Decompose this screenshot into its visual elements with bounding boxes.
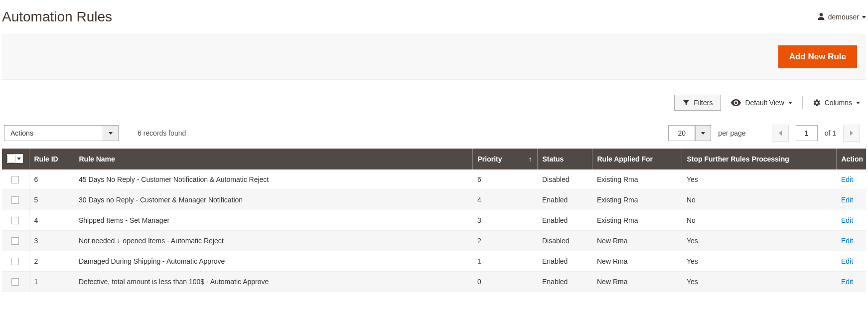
filters-label: Filters: [694, 99, 713, 107]
cell-action: Edit: [836, 231, 866, 251]
cell-priority: 1: [472, 251, 537, 272]
cell-rule-name: Defective, total amount is less than 100…: [74, 272, 472, 292]
cell-rule-id: 1: [29, 272, 74, 292]
cell-priority: 2: [472, 231, 537, 251]
cell-rule-id: 5: [29, 190, 74, 210]
rules-table: Rule ID Rule Name Priority ↑ Status Rule…: [2, 149, 866, 292]
table-row[interactable]: 3Not needed + opened Items - Automatic R…: [2, 231, 866, 251]
gear-icon: [813, 99, 821, 107]
caret-down-icon: [109, 132, 113, 135]
per-page-value: 20: [668, 125, 695, 141]
cell-stop-further: Yes: [682, 272, 836, 292]
actions-select-toggle[interactable]: [103, 125, 119, 141]
default-view-menu[interactable]: Default View: [731, 99, 792, 107]
col-priority-label: Priority: [478, 155, 502, 163]
cell-stop-further: Yes: [682, 169, 836, 190]
caret-down-icon: [856, 102, 860, 104]
select-all-checkbox[interactable]: [7, 155, 15, 163]
cell-status: Enabled: [537, 190, 592, 210]
actions-select[interactable]: Actions: [4, 125, 119, 141]
page-input[interactable]: [796, 125, 818, 141]
page-title: Automation Rules: [2, 9, 112, 25]
caret-down-icon: [701, 132, 705, 135]
caret-down-icon: [862, 16, 866, 18]
row-checkbox[interactable]: [11, 237, 19, 245]
filters-button[interactable]: Filters: [674, 95, 721, 111]
cell-stop-further: No: [682, 190, 836, 210]
select-all-toggle[interactable]: [15, 155, 22, 163]
cell-rule-name: Damaged During Shipping - Automatic Appr…: [74, 251, 472, 272]
table-row[interactable]: 1Defective, total amount is less than 10…: [2, 272, 866, 292]
edit-link[interactable]: Edit: [841, 237, 853, 245]
col-rule-name[interactable]: Rule Name: [74, 149, 472, 169]
eye-icon: [731, 99, 741, 106]
cell-status: Enabled: [537, 251, 592, 272]
cell-priority: 6: [472, 169, 537, 190]
table-row[interactable]: 4Shipped Items - Set Manager3EnabledExis…: [2, 210, 866, 231]
columns-menu[interactable]: Columns: [813, 99, 860, 107]
funnel-icon: [683, 99, 690, 106]
columns-label: Columns: [825, 99, 852, 107]
user-menu[interactable]: demouser: [817, 12, 866, 22]
cell-action: Edit: [836, 190, 866, 210]
prev-page-button[interactable]: [772, 125, 789, 142]
edit-link[interactable]: Edit: [841, 278, 853, 286]
cell-rule-id: 3: [29, 231, 74, 251]
col-status[interactable]: Status: [537, 149, 592, 169]
col-priority[interactable]: Priority ↑: [472, 149, 537, 169]
caret-down-icon: [788, 102, 792, 104]
edit-link[interactable]: Edit: [841, 175, 853, 183]
row-checkbox[interactable]: [11, 196, 19, 204]
cell-status: Enabled: [537, 210, 592, 231]
per-page-select[interactable]: 20: [668, 125, 711, 141]
action-bar: Add New Rule: [2, 34, 866, 80]
cell-applied-for: New Rma: [592, 272, 682, 292]
cell-status: Disabled: [537, 231, 592, 251]
chevron-right-icon: [850, 131, 853, 136]
cell-applied-for: New Rma: [592, 251, 682, 272]
col-rule-id[interactable]: Rule ID: [29, 149, 74, 169]
select-all-header[interactable]: [2, 149, 29, 169]
cell-action: Edit: [836, 251, 866, 272]
cell-applied-for: New Rma: [592, 231, 682, 251]
cell-priority: 4: [472, 190, 537, 210]
edit-link[interactable]: Edit: [841, 257, 853, 265]
cell-rule-id: 6: [29, 169, 74, 190]
table-row[interactable]: 530 Days no Reply - Customer & Manager N…: [2, 190, 866, 210]
row-checkbox[interactable]: [11, 258, 19, 265]
table-row[interactable]: 645 Days No Reply - Customer Notificatio…: [2, 169, 866, 190]
cell-stop-further: Yes: [682, 231, 836, 251]
col-stop-further[interactable]: Stop Further Rules Processing: [682, 149, 836, 169]
row-checkbox[interactable]: [11, 217, 19, 224]
next-page-button[interactable]: [843, 125, 860, 142]
per-page-label: per page: [718, 129, 745, 137]
row-checkbox[interactable]: [11, 176, 19, 183]
cell-rule-name: 30 Days no Reply - Customer & Manager No…: [74, 190, 472, 210]
divider: [802, 96, 803, 109]
cell-stop-further: No: [682, 210, 836, 231]
cell-status: Enabled: [537, 272, 592, 292]
cell-action: Edit: [836, 272, 866, 292]
cell-rule-id: 2: [29, 251, 74, 272]
cell-applied-for: Existing Rma: [592, 210, 682, 231]
col-action: Action: [836, 149, 866, 169]
edit-link[interactable]: Edit: [841, 196, 853, 204]
per-page-toggle[interactable]: [695, 125, 711, 141]
row-checkbox[interactable]: [11, 278, 19, 286]
cell-applied-for: Existing Rma: [592, 190, 682, 210]
username-label: demouser: [828, 13, 859, 21]
cell-action: Edit: [836, 210, 866, 231]
col-applied-for[interactable]: Rule Applied For: [592, 149, 682, 169]
default-view-label: Default View: [745, 99, 784, 107]
cell-priority: 3: [472, 210, 537, 231]
actions-select-label: Actions: [4, 125, 103, 141]
chevron-left-icon: [779, 131, 782, 136]
cell-rule-name: Shipped Items - Set Manager: [74, 210, 472, 231]
records-found: 6 records found: [138, 129, 186, 137]
sort-ascending-icon: ↑: [529, 155, 532, 163]
edit-link[interactable]: Edit: [841, 216, 853, 224]
add-new-rule-button[interactable]: Add New Rule: [778, 45, 857, 68]
cell-rule-name: 45 Days No Reply - Customer Notification…: [74, 169, 472, 190]
cell-rule-name: Not needed + opened Items - Automatic Re…: [74, 231, 472, 251]
table-row[interactable]: 2Damaged During Shipping - Automatic App…: [2, 251, 866, 272]
